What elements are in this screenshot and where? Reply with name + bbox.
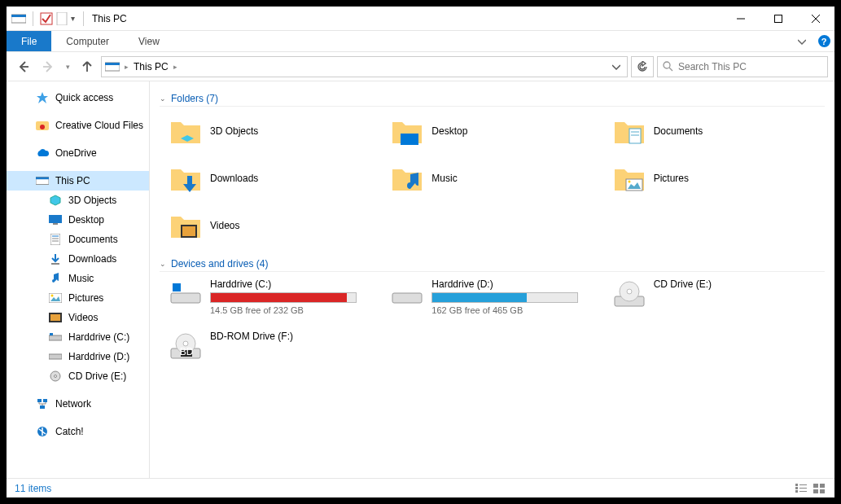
tab-computer[interactable]: Computer bbox=[51, 31, 124, 51]
svg-rect-20 bbox=[49, 215, 62, 223]
drive-c[interactable]: Harddrive (C:) 14.5 GB free of 232 GB bbox=[169, 278, 381, 319]
breadcrumb-this-pc[interactable]: This PC bbox=[134, 61, 169, 72]
folder-desktop[interactable]: Desktop bbox=[391, 113, 602, 149]
tree-this-pc[interactable]: This PC bbox=[7, 171, 149, 191]
tree-videos[interactable]: Videos bbox=[7, 308, 149, 327]
search-input[interactable]: Search This PC bbox=[657, 56, 828, 77]
drive-info: CD Drive (E:) bbox=[654, 278, 825, 290]
qat-checkbox-icon[interactable] bbox=[40, 12, 53, 25]
separator bbox=[83, 11, 84, 26]
svg-rect-65 bbox=[795, 487, 798, 489]
drive-info: BD-ROM Drive (F:) bbox=[210, 331, 381, 342]
drive-d[interactable]: Harddrive (D:) 162 GB free of 465 GB bbox=[391, 278, 602, 319]
drive-label: BD-ROM Drive (F:) bbox=[210, 331, 381, 342]
pictures-icon bbox=[49, 291, 62, 305]
body: Quick access Creative Cloud Files OneDri… bbox=[7, 81, 834, 478]
tree-label: Creative Cloud Files bbox=[55, 120, 143, 131]
help-button[interactable]: ? bbox=[813, 31, 834, 51]
music-icon bbox=[49, 272, 62, 285]
qat-dropdown-icon[interactable]: ▾ bbox=[71, 14, 75, 23]
folder-icon bbox=[169, 164, 202, 193]
tree-music[interactable]: Music bbox=[7, 269, 149, 288]
chevron-down-icon: ⌄ bbox=[160, 94, 166, 103]
tree-downloads[interactable]: Downloads bbox=[7, 249, 149, 269]
group-folders-label: Folders (7) bbox=[171, 93, 218, 104]
svg-line-13 bbox=[669, 68, 672, 71]
address-bar: ▾ ▸ This PC ▸ Search This PC bbox=[7, 52, 834, 81]
tree-onedrive[interactable]: OneDrive bbox=[7, 143, 149, 163]
folder-music[interactable]: Music bbox=[391, 160, 602, 196]
tab-view[interactable]: View bbox=[124, 31, 174, 51]
svg-rect-27 bbox=[49, 293, 62, 303]
view-large-icons-button[interactable] bbox=[812, 482, 826, 495]
bd-drive-icon: BD bbox=[169, 331, 202, 362]
drive-e[interactable]: CD Drive (E:) bbox=[613, 278, 825, 319]
expand-ribbon-icon[interactable] bbox=[791, 31, 813, 51]
drive-free: 14.5 GB free of 232 GB bbox=[210, 305, 381, 315]
drive-icon bbox=[169, 278, 202, 309]
tree-catch[interactable]: Catch! bbox=[7, 422, 149, 441]
pc-icon bbox=[36, 174, 49, 187]
svg-rect-50 bbox=[182, 226, 195, 236]
close-button[interactable] bbox=[797, 7, 834, 31]
tree-quick-access[interactable]: Quick access bbox=[7, 88, 149, 107]
search-icon bbox=[663, 61, 673, 72]
maximize-button[interactable] bbox=[760, 7, 797, 31]
tree-desktop[interactable]: Desktop bbox=[7, 210, 149, 230]
folder-3d-objects[interactable]: 3D Objects bbox=[169, 113, 381, 149]
minimize-button[interactable] bbox=[722, 7, 760, 31]
svg-point-12 bbox=[664, 62, 670, 68]
tree-harddrive-c[interactable]: Harddrive (C:) bbox=[7, 327, 149, 347]
tree-documents[interactable]: Documents bbox=[7, 230, 149, 249]
search-placeholder: Search This PC bbox=[678, 61, 747, 72]
view-details-button[interactable] bbox=[794, 482, 808, 495]
tree-harddrive-d[interactable]: Harddrive (D:) bbox=[7, 347, 149, 366]
folder-label: Videos bbox=[210, 220, 239, 231]
recent-dropdown-icon[interactable]: ▾ bbox=[62, 56, 73, 77]
qat-page-icon[interactable] bbox=[56, 12, 68, 25]
refresh-button[interactable] bbox=[631, 56, 654, 77]
up-button[interactable] bbox=[77, 56, 98, 77]
group-drives-header[interactable]: ⌄ Devices and drives (4) bbox=[160, 258, 825, 272]
folder-downloads[interactable]: Downloads bbox=[169, 160, 381, 196]
tree-3d-objects[interactable]: 3D Objects bbox=[7, 191, 149, 210]
tab-file[interactable]: File bbox=[7, 31, 51, 51]
tree-creative-cloud[interactable]: Creative Cloud Files bbox=[7, 116, 149, 135]
tree-network[interactable]: Network bbox=[7, 394, 149, 414]
pc-icon bbox=[105, 61, 120, 72]
star-icon bbox=[36, 91, 49, 104]
catch-icon bbox=[36, 425, 49, 438]
svg-rect-63 bbox=[795, 484, 798, 486]
svg-point-57 bbox=[627, 289, 632, 294]
tree-pictures[interactable]: Pictures bbox=[7, 288, 149, 308]
drive-icon bbox=[49, 331, 62, 344]
folder-videos[interactable]: Videos bbox=[169, 208, 381, 243]
chevron-right-icon[interactable]: ▸ bbox=[173, 63, 177, 71]
group-folders-header[interactable]: ⌄ Folders (7) bbox=[160, 93, 825, 107]
tree-label: Documents bbox=[68, 234, 118, 245]
drive-f[interactable]: BD BD-ROM Drive (F:) bbox=[169, 331, 381, 371]
breadcrumb[interactable]: ▸ This PC ▸ bbox=[101, 56, 628, 77]
tree-label: Catch! bbox=[55, 426, 84, 437]
svg-rect-37 bbox=[37, 399, 42, 402]
address-dropdown-icon[interactable] bbox=[609, 63, 624, 71]
tree-cd-drive-e[interactable]: CD Drive (E:) bbox=[7, 366, 149, 386]
back-button[interactable] bbox=[13, 56, 34, 77]
tree-label: 3D Objects bbox=[68, 195, 116, 206]
tree-label: Harddrive (C:) bbox=[68, 331, 129, 343]
svg-rect-21 bbox=[53, 223, 58, 225]
cube-icon bbox=[49, 194, 62, 207]
group-drives-label: Devices and drives (4) bbox=[171, 258, 268, 270]
svg-point-36 bbox=[55, 375, 57, 378]
forward-button[interactable] bbox=[37, 56, 59, 77]
folder-pictures[interactable]: Pictures bbox=[613, 160, 825, 196]
tree-label: Desktop bbox=[68, 214, 104, 226]
folder-documents[interactable]: Documents bbox=[613, 113, 825, 149]
svg-rect-31 bbox=[50, 314, 60, 321]
window-title: This PC bbox=[92, 13, 127, 24]
svg-rect-42 bbox=[401, 134, 418, 145]
chevron-right-icon[interactable]: ▸ bbox=[125, 63, 129, 71]
folder-label: Desktop bbox=[431, 125, 467, 137]
navigation-pane: Quick access Creative Cloud Files OneDri… bbox=[7, 81, 150, 478]
svg-rect-3 bbox=[57, 12, 67, 25]
